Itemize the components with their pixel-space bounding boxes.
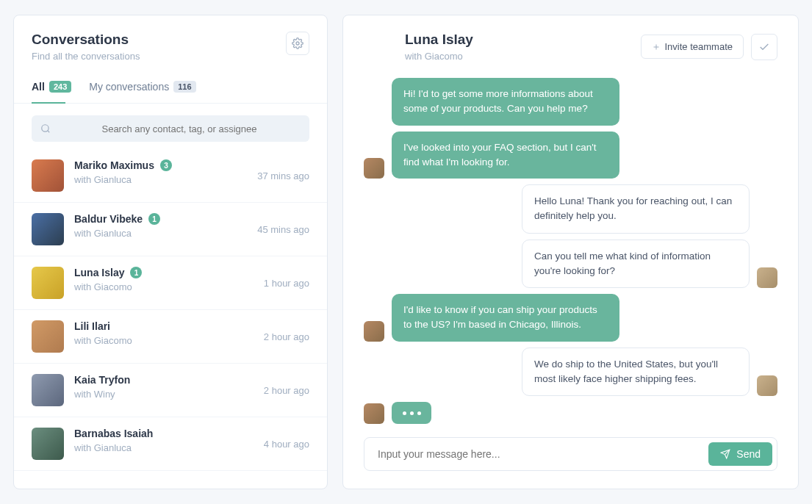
- message-bubble: Hi! I'd to get some more informations ab…: [392, 78, 619, 126]
- timestamp: 4 hour ago: [264, 439, 309, 450]
- avatar: [364, 158, 384, 179]
- avatar: [757, 375, 777, 396]
- contact-name: Lili Ilari: [74, 320, 110, 332]
- contact-name: Kaia Tryfon: [74, 374, 130, 386]
- send-label: Send: [736, 448, 761, 460]
- message-row-outgoing: Hello Luna! Thank you for reaching out, …: [364, 184, 777, 234]
- assignee: with Giacomo: [74, 335, 264, 346]
- plus-icon: [652, 43, 661, 51]
- send-icon: [720, 449, 730, 459]
- message-list: Hi! I'd to get some more informations ab…: [343, 73, 798, 428]
- typing-indicator: [392, 402, 431, 424]
- message-input[interactable]: [378, 448, 708, 460]
- assignee: with Gianluca: [74, 228, 257, 239]
- timestamp: 1 hour ago: [264, 278, 309, 289]
- avatar: [32, 428, 64, 460]
- timestamp: 2 hour ago: [264, 385, 309, 396]
- unread-badge: 1: [148, 213, 160, 225]
- chat-panel: Luna Islay with Giacomo Invite teammate …: [342, 15, 799, 489]
- send-button[interactable]: Send: [708, 442, 772, 466]
- conversation-item[interactable]: Baldur Vibeke 1 with Gianluca 45 mins ag…: [14, 203, 327, 256]
- avatar: [32, 320, 64, 353]
- search-row: [14, 104, 327, 149]
- search-input[interactable]: [58, 123, 301, 134]
- tab-label: All: [32, 81, 45, 93]
- message-bubble: I'd like to know if you can ship your pr…: [392, 294, 619, 342]
- gear-icon: [292, 37, 303, 49]
- invite-teammate-button[interactable]: Invite teammate: [641, 35, 744, 59]
- contact-name: Luna Islay: [74, 267, 124, 278]
- resolve-button[interactable]: [751, 34, 777, 60]
- assignee: with Gianluca: [74, 442, 264, 453]
- tab-label: My conversations: [89, 81, 169, 93]
- message-row-incoming: I'd like to know if you can ship your pr…: [364, 294, 777, 342]
- chat-title: Luna Islay: [405, 32, 473, 48]
- svg-point-0: [296, 42, 299, 45]
- conversations-panel: Conversations Find all the conversations…: [13, 15, 328, 489]
- conversation-item[interactable]: Barnabas Isaiah with Gianluca 4 hour ago: [14, 417, 327, 471]
- tab-my-conversations[interactable]: My conversations 116: [89, 81, 195, 103]
- assignee: with Giacomo: [74, 281, 264, 292]
- tab-count-badge: 116: [173, 81, 195, 93]
- settings-button[interactable]: [286, 32, 309, 55]
- message-row-outgoing: Can you tell me what kind of information…: [364, 240, 777, 289]
- timestamp: 37 mins ago: [257, 170, 309, 181]
- contact-name: Barnabas Isaiah: [74, 428, 153, 439]
- message-row-outgoing: We do ship to the United States, but you…: [364, 348, 777, 397]
- typing-indicator-row: [364, 402, 777, 424]
- tabs: All 243 My conversations 116: [14, 69, 327, 104]
- message-composer[interactable]: Send: [364, 437, 777, 471]
- contact-name: Mariko Maximus: [74, 159, 154, 171]
- avatar: [32, 374, 64, 406]
- message-bubble: I've looked into your FAQ section, but I…: [392, 132, 619, 179]
- avatar: [757, 267, 777, 288]
- svg-point-1: [42, 125, 48, 132]
- avatar: [32, 213, 64, 245]
- chat-assignee: with Giacomo: [405, 51, 473, 62]
- sidebar-title: Conversations: [32, 32, 140, 48]
- sidebar-header: Conversations Find all the conversations: [14, 15, 327, 69]
- conversation-item[interactable]: Kaia Tryfon with Winy 2 hour ago: [14, 364, 327, 417]
- message-row-incoming: I've looked into your FAQ section, but I…: [364, 132, 777, 179]
- assignee: with Gianluca: [74, 174, 257, 185]
- tab-count-badge: 243: [49, 81, 71, 93]
- conversation-item[interactable]: Lili Ilari with Giacomo 2 hour ago: [14, 310, 327, 364]
- conversation-list: Mariko Maximus 3 with Gianluca 37 mins a…: [14, 149, 327, 489]
- avatar: [364, 321, 384, 342]
- tab-all[interactable]: All 243: [32, 81, 71, 103]
- chat-header: Luna Islay with Giacomo Invite teammate: [343, 15, 798, 73]
- unread-badge: 3: [160, 159, 172, 171]
- search-box[interactable]: [32, 115, 309, 142]
- unread-badge: 1: [130, 267, 142, 278]
- check-icon: [758, 41, 770, 53]
- message-bubble: We do ship to the United States, but you…: [522, 348, 750, 397]
- contact-name: Baldur Vibeke: [74, 213, 143, 225]
- sidebar-subtitle: Find all the conversations: [32, 51, 140, 62]
- message-bubble: Hello Luna! Thank you for reaching out, …: [522, 184, 750, 234]
- timestamp: 2 hour ago: [264, 331, 309, 342]
- message-bubble: Can you tell me what kind of information…: [522, 240, 750, 289]
- svg-line-2: [48, 131, 50, 133]
- search-icon: [40, 123, 51, 134]
- avatar: [32, 267, 64, 299]
- conversation-item[interactable]: Mariko Maximus 3 with Gianluca 37 mins a…: [14, 149, 327, 203]
- avatar: [364, 403, 384, 424]
- message-row-incoming: Hi! I'd to get some more informations ab…: [364, 78, 777, 126]
- invite-label: Invite teammate: [665, 41, 733, 52]
- timestamp: 45 mins ago: [257, 224, 309, 235]
- assignee: with Winy: [74, 389, 264, 400]
- conversation-item[interactable]: Luna Islay 1 with Giacomo 1 hour ago: [14, 256, 327, 310]
- avatar: [32, 159, 64, 192]
